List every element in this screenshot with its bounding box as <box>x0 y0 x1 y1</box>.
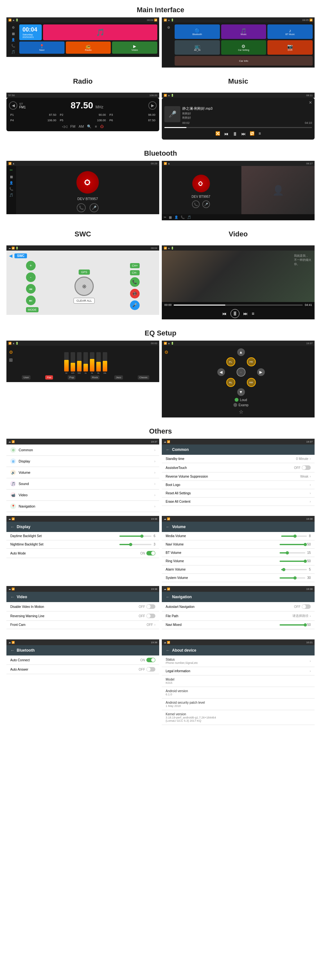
tile-bt-music[interactable]: ♪ BT Music <box>267 24 313 39</box>
radio-preset-p4[interactable]: P4106.00 <box>9 118 57 123</box>
volume-back-btn[interactable]: ← <box>166 524 170 530</box>
about-back-btn[interactable]: ← <box>166 648 170 653</box>
bt-btn-mic[interactable]: 🎤 <box>90 203 98 212</box>
swc-btn-ch-up[interactable]: CH+ <box>130 263 140 268</box>
video-next-btn[interactable]: ⏭ <box>244 311 248 316</box>
eq-speaker-rl[interactable]: RL <box>226 378 235 387</box>
swc-back-btn[interactable]: ◀ <box>9 253 13 258</box>
bt-btn-phone-r[interactable]: 📞 <box>192 200 200 208</box>
settings-item-volume[interactable]: 🔊 Volume › <box>6 467 159 478</box>
common-assistive[interactable]: AssistiveTouch OFF <box>162 463 315 473</box>
radio-power-icon[interactable]: ⏻ <box>100 124 104 129</box>
swc-btn-next[interactable]: ⏭ <box>26 296 36 305</box>
tile-navi[interactable]: 📍 Navi <box>19 41 65 54</box>
eq-preset-jazz[interactable]: Jazz <box>114 375 123 380</box>
common-reset[interactable]: Reset All Settings › <box>162 489 315 498</box>
common-reverse-vol[interactable]: Reverse Volume Suppression Weak › <box>162 473 315 481</box>
radio-preset-p6[interactable]: P687.50 <box>108 118 157 123</box>
video-disable[interactable]: Disable Video In Motion OFF <box>6 602 159 611</box>
video-prev-btn[interactable]: ⏮ <box>222 311 227 316</box>
video-settings-back-btn[interactable]: ← <box>10 594 15 600</box>
bt-btn-phone[interactable]: 📞 <box>77 203 86 212</box>
eq-star-btn[interactable]: ☆ <box>239 409 244 415</box>
music-close-btn[interactable]: ✕ <box>309 100 312 105</box>
radio-next-btn[interactable]: ▶ <box>148 101 157 110</box>
toggle-video-reverse[interactable] <box>146 614 155 618</box>
display-auto-mode[interactable]: Auto Mode ON <box>6 549 159 558</box>
music-tile-main[interactable]: 🎵 <box>43 24 157 40</box>
nav-back-btn[interactable]: ← <box>166 594 170 600</box>
bt-settings-back-btn[interactable]: ← <box>10 648 15 653</box>
music-play-btn[interactable]: ⏸ <box>232 131 237 137</box>
eq-speaker-rr[interactable]: RR <box>247 378 256 387</box>
swc-btn-ch-down[interactable]: CH- <box>130 270 140 275</box>
radio-fm-btn[interactable]: FM <box>70 124 76 129</box>
tile-music[interactable]: 🎵 Music <box>221 24 266 39</box>
video-reverse[interactable]: Reversing Warning Line OFF <box>6 611 159 621</box>
tile-car-info[interactable]: Car Info <box>175 56 313 65</box>
tile-video[interactable]: ▶ Video <box>112 41 157 54</box>
eq-preset-flat[interactable]: Flat <box>45 375 53 380</box>
eq-speaker-fl[interactable]: FL <box>226 357 235 366</box>
toggle-bt-auto-connect[interactable] <box>146 658 155 662</box>
common-back-btn[interactable]: ← <box>166 447 170 452</box>
nav-autostart[interactable]: Autostart Navigation OFF <box>162 602 315 611</box>
radio-preset-p3[interactable]: P398.00 <box>108 113 157 117</box>
music-shuffle-btn[interactable]: 🔀 <box>215 131 220 137</box>
eq-preset-pop[interactable]: Pop <box>68 375 76 380</box>
tile-radio[interactable]: 📻 Radio <box>66 41 111 54</box>
eq-speaker-fr[interactable]: FR <box>247 357 256 366</box>
radio-preset-p5[interactable]: P5108.00 <box>59 118 107 123</box>
settings-item-video[interactable]: 📹 Video › <box>6 490 159 501</box>
eq-speaker-left-btn[interactable]: ◀ <box>217 368 225 376</box>
music-repeat-btn[interactable]: 🔁 <box>250 131 255 137</box>
radio-preset-p1[interactable]: P187.50 <box>9 113 57 117</box>
eq-preset-rock[interactable]: Rock <box>90 375 100 380</box>
swc-btn-end-call[interactable]: 📵 <box>130 289 140 299</box>
common-boot-logo[interactable]: Boot Logo › <box>162 481 315 489</box>
swc-btn-mic[interactable]: 🎤 <box>130 301 140 310</box>
common-erase[interactable]: Erase All Content › <box>162 498 315 506</box>
settings-item-display[interactable]: 🖥 Display › <box>6 456 159 467</box>
eq-examp-toggle[interactable] <box>233 403 237 407</box>
video-play-btn[interactable]: ⏸ <box>231 309 239 318</box>
eq-speaker-sub[interactable]: ○ <box>237 368 245 377</box>
bt-auto-answer[interactable]: Auto Answer OFF <box>6 665 159 674</box>
music-list-btn[interactable]: ≡ <box>258 131 261 137</box>
tile-bt[interactable]: 🔵 Bluetooth <box>175 24 220 39</box>
toggle-assistive[interactable] <box>302 465 311 470</box>
about-legal[interactable]: Legal information › <box>162 667 315 675</box>
toggle-nav-autostart[interactable] <box>302 605 311 609</box>
video-list-btn[interactable]: ≡ <box>251 311 254 316</box>
settings-item-common[interactable]: ⚙ Common › <box>6 444 159 456</box>
swc-btn-mode[interactable]: MODE <box>26 307 38 312</box>
eq-loud-toggle[interactable] <box>235 398 239 402</box>
swc-gps-btn[interactable]: GPS <box>79 269 90 275</box>
tile-car-setting[interactable]: ⚙ Car Setting <box>221 40 266 55</box>
swc-btn-prev[interactable]: ⏮ <box>26 284 36 294</box>
tile-avin[interactable]: 📺 AV_IN <box>175 40 220 55</box>
toggle-video-disable[interactable] <box>146 605 155 609</box>
about-status[interactable]: Status Phone number,Signal,etc › <box>162 655 315 667</box>
tile-dvr[interactable]: 📷 DVR <box>267 40 313 55</box>
swc-btn-vol-up[interactable]: + <box>26 261 36 270</box>
eq-speaker-up-btn[interactable]: ▲ <box>237 348 245 356</box>
settings-item-nav[interactable]: 📍 Navigation › <box>6 501 159 512</box>
eq-preset-user[interactable]: User <box>22 375 30 380</box>
radio-prev-btn[interactable]: ◀ <box>9 101 17 110</box>
music-prev-btn[interactable]: ⏮ <box>224 131 229 137</box>
settings-item-sound[interactable]: 🎵 Sound › <box>6 478 159 490</box>
video-front-cam[interactable]: Front Cam OFF › <box>6 621 159 629</box>
bt-auto-connect[interactable]: Auto Connect ON <box>6 655 159 665</box>
toggle-bt-auto-answer[interactable] <box>146 667 155 671</box>
eq-speaker-right-btn[interactable]: ▶ <box>257 368 265 376</box>
music-next-btn[interactable]: ⏭ <box>241 131 246 137</box>
radio-am-btn[interactable]: AM <box>79 124 84 129</box>
eq-preset-classic[interactable]: Classic <box>138 375 149 380</box>
swc-btn-call[interactable]: 📞 <box>130 277 140 287</box>
common-standby[interactable]: Standby time 0 Minute › <box>162 455 315 463</box>
video-progress-bar[interactable] <box>174 305 303 305</box>
swc-clear-all-btn[interactable]: CLEAR ALL <box>74 298 95 304</box>
bt-btn-mic-r[interactable]: 🎤 <box>202 200 210 208</box>
swc-btn-vol-down[interactable]: - <box>26 272 36 282</box>
